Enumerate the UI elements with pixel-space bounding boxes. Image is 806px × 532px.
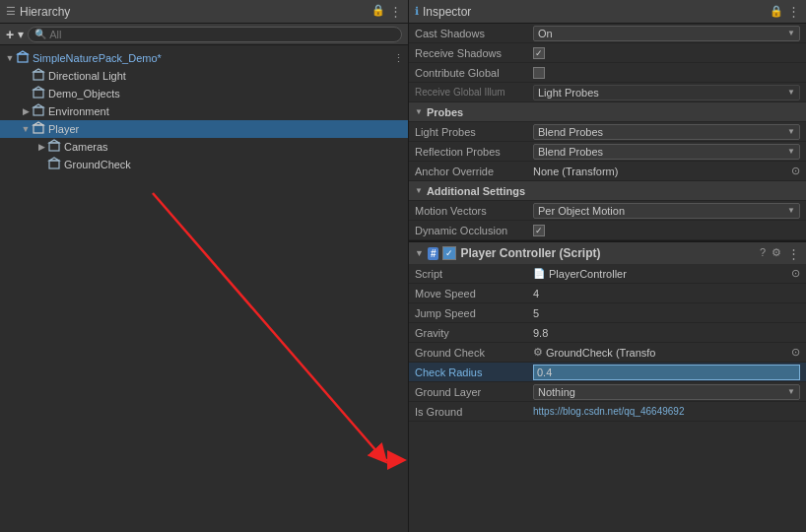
row-script: Script 📄 PlayerController ⊙ [409, 264, 806, 284]
hierarchy-menu-icon[interactable]: ☰ [6, 5, 16, 18]
receive-shadows-checkbox[interactable]: ✓ [533, 47, 545, 59]
search-input[interactable] [49, 29, 395, 40]
motion-vectors-label: Motion Vectors [415, 205, 533, 217]
tree-arrow-cameras: ▶ [35, 142, 47, 152]
svg-rect-10 [49, 143, 59, 151]
cast-shadows-dropdown[interactable]: On ▼ [533, 26, 800, 41]
script-value: 📄 PlayerController ⊙ [533, 267, 800, 280]
light-probes-arrow: ▼ [787, 127, 795, 136]
row-cast-shadows: Cast Shadows On ▼ [409, 24, 806, 43]
check-radius-input[interactable] [533, 365, 800, 380]
receive-global-illum-dropdown[interactable]: Light Probes ▼ [533, 85, 800, 100]
receive-global-illum-text: Light Probes [538, 87, 599, 99]
tree-dots-root[interactable]: ⋮ [393, 52, 404, 65]
row-check-radius: Check Radius [409, 363, 806, 382]
tree-item-environment[interactable]: ▶ Environment [0, 102, 408, 120]
hierarchy-title: Hierarchy [20, 5, 70, 19]
light-probes-label: Light Probes [415, 126, 533, 138]
tree-label-env: Environment [48, 105, 109, 117]
reflection-probes-dropdown[interactable]: Blend Probes ▼ [533, 144, 800, 160]
row-anchor-override: Anchor Override None (Transform) ⊙ [409, 162, 806, 181]
ground-check-inner: ⚙ GroundCheck (Transfo [533, 346, 787, 359]
row-gravity: Gravity 9.8 [409, 323, 806, 343]
cube-icon-cameras [47, 139, 61, 156]
tree-item-cameras[interactable]: ▶ Cameras [0, 138, 408, 156]
light-probes-text: Blend Probes [538, 126, 603, 138]
reflection-probes-value: Blend Probes ▼ [533, 144, 800, 160]
hierarchy-toolbar: + ▾ 🔍 [0, 24, 408, 45]
ground-layer-arrow: ▼ [787, 387, 795, 396]
additional-settings-triangle: ▼ [415, 186, 423, 195]
hierarchy-lock-icon[interactable]: 🔒 [371, 4, 385, 19]
tree-item-root[interactable]: ▼ SimpleNaturePack_Demo* ⋮ [0, 49, 408, 67]
svg-marker-9 [34, 122, 43, 125]
search-box[interactable]: 🔍 [28, 27, 402, 42]
hierarchy-header: ☰ Hierarchy 🔒 ⋮ [0, 0, 408, 24]
motion-vectors-dropdown[interactable]: Per Object Motion ▼ [533, 203, 800, 219]
tree-label-root: SimpleNaturePack_Demo* [33, 52, 162, 64]
ground-layer-dropdown[interactable]: Nothing ▼ [533, 384, 800, 400]
script-header-icons: ? ⚙ ⋮ [760, 246, 800, 261]
script-link-icon[interactable]: ⊙ [791, 267, 800, 280]
receive-global-illum-label: Receive Global Illum [415, 87, 533, 98]
anchor-override-label: Anchor Override [415, 166, 533, 177]
hierarchy-dots-icon[interactable]: ⋮ [389, 4, 402, 19]
cube-icon-env [32, 103, 45, 120]
tree-arrow-root: ▼ [4, 53, 16, 63]
svg-rect-0 [18, 54, 28, 62]
contribute-global-label: Contribute Global [415, 67, 533, 79]
script-help-icon[interactable]: ? [760, 246, 766, 261]
row-receive-global-illum: Receive Global Illum Light Probes ▼ [409, 83, 806, 102]
hierarchy-title-row: ☰ Hierarchy [6, 5, 70, 19]
probes-header-label: Probes [427, 106, 463, 118]
svg-marker-13 [49, 158, 59, 161]
row-additional-settings-header[interactable]: ▼ Additional Settings [409, 181, 806, 201]
script-enabled-checkbox[interactable]: ✓ [442, 246, 456, 260]
probes-triangle: ▼ [415, 107, 423, 116]
anchor-override-link-icon[interactable]: ⊙ [791, 165, 800, 177]
add-button[interactable]: + [6, 27, 14, 42]
light-probes-value: Blend Probes ▼ [533, 124, 800, 140]
svg-rect-6 [34, 107, 43, 115]
tree-arrow-player: ▼ [20, 124, 32, 134]
svg-rect-4 [34, 90, 43, 98]
ground-check-link-icon[interactable]: ⊙ [791, 346, 800, 359]
svg-rect-12 [49, 161, 59, 168]
tree-label-cameras: Cameras [64, 141, 108, 153]
row-light-probes: Light Probes Blend Probes ▼ [409, 122, 806, 142]
jump-speed-value: 5 [533, 307, 800, 319]
check-radius-label: Check Radius [415, 366, 533, 378]
tree-item-demo-objects[interactable]: Demo_Objects [0, 85, 408, 102]
dropdown-button[interactable]: ▾ [18, 28, 24, 41]
tree-label-dl: Directional Light [48, 70, 126, 82]
gravity-text: 9.8 [533, 327, 548, 339]
dynamic-occlusion-checkbox[interactable]: ✓ [533, 225, 545, 236]
svg-marker-11 [49, 140, 59, 143]
tree-item-groundcheck[interactable]: GroundCheck [0, 156, 408, 173]
svg-marker-1 [18, 51, 28, 54]
motion-vectors-text: Per Object Motion [538, 205, 625, 217]
tree-label-gc: GroundCheck [64, 159, 131, 170]
light-probes-dropdown[interactable]: Blend Probes ▼ [533, 124, 800, 140]
jump-speed-text: 5 [533, 307, 539, 319]
tree-item-directional-light[interactable]: Directional Light [0, 67, 408, 85]
inspector-dots-icon[interactable]: ⋮ [787, 4, 800, 19]
script-text: PlayerController [549, 268, 787, 280]
svg-rect-2 [34, 72, 43, 80]
svg-rect-8 [34, 125, 43, 133]
cast-shadows-arrow: ▼ [787, 29, 795, 37]
script-dots-icon[interactable]: ⋮ [787, 246, 800, 261]
row-jump-speed: Jump Speed 5 [409, 303, 806, 323]
inspector-lock-icon[interactable]: 🔒 [770, 5, 783, 18]
script-settings-icon[interactable]: ⚙ [772, 246, 781, 261]
anchor-override-value: None (Transform) ⊙ [533, 165, 800, 177]
ground-check-person-icon: ⚙ [533, 346, 543, 359]
tree-item-player[interactable]: ▼ Player [0, 120, 408, 138]
reflection-probes-text: Blend Probes [538, 146, 603, 158]
reflection-probes-label: Reflection Probes [415, 146, 533, 158]
contribute-global-checkbox[interactable] [533, 67, 545, 79]
row-probes-header[interactable]: ▼ Probes [409, 102, 806, 122]
is-ground-url[interactable]: https://blog.csdn.net/qq_46649692 [533, 406, 684, 417]
svg-marker-5 [34, 87, 43, 90]
cast-shadows-value: On ▼ [533, 26, 800, 41]
